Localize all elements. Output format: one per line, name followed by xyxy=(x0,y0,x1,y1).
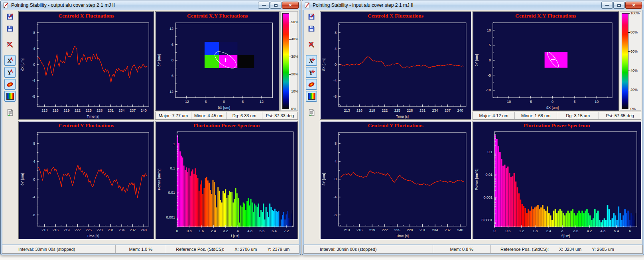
save-trace-button[interactable] xyxy=(306,11,317,22)
svg-text:4: 4 xyxy=(335,47,337,51)
status-ref-label: Reference Pos. (StdCS): xyxy=(500,247,549,252)
toggle-beam-button[interactable] xyxy=(306,79,317,90)
svg-text:δX [um]: δX [um] xyxy=(322,59,326,71)
svg-text:6: 6 xyxy=(242,100,244,104)
save-image-button[interactable] xyxy=(4,23,16,34)
maximize-button[interactable] xyxy=(613,2,625,9)
centroid-xy-chart: -10-50510-10-50510δX [um]δY [um] xyxy=(473,20,618,110)
svg-text:0.0001: 0.0001 xyxy=(481,218,492,222)
status-ref-x: X: 2706 um xyxy=(234,247,257,252)
svg-text:228: 228 xyxy=(407,228,413,232)
stat-major: Major: 7.77 um xyxy=(156,112,191,119)
svg-text:f [Hz]: f [Hz] xyxy=(561,234,570,238)
toggle-beam-button[interactable] xyxy=(4,79,16,90)
status-bar: Interval: 30min 00s (stopped) Mem: 1.0 %… xyxy=(2,245,299,254)
svg-text:1.2: 1.2 xyxy=(519,229,524,233)
stat-psi: Psi: 37.33 deg xyxy=(262,112,297,119)
svg-text:-6: -6 xyxy=(204,100,207,104)
close-button[interactable]: ✕ xyxy=(625,2,642,9)
status-interval: Interval: 30min 00s (stopped) xyxy=(2,245,115,253)
plot-grid: Centroid X Fluctuations 2132162192222252… xyxy=(18,10,299,244)
stat-dg: Dg: 6.33 um xyxy=(226,112,262,119)
svg-text:δY [um]: δY [um] xyxy=(475,54,479,67)
zoom-off-button[interactable] xyxy=(306,39,317,50)
save-image-button[interactable] xyxy=(306,23,317,34)
svg-text:4.8: 4.8 xyxy=(248,229,252,233)
colorbar-tick-label: 80% xyxy=(628,30,638,34)
svg-text:7.2: 7.2 xyxy=(284,229,289,233)
minimize-icon xyxy=(262,5,266,6)
svg-text:5.6: 5.6 xyxy=(260,229,264,233)
toggle-x-plot-button[interactable]: X xyxy=(306,55,317,66)
ellipse-stats-bar: Major: 7.77 um Minor: 4.45 um Dg: 6.33 u… xyxy=(155,112,298,120)
svg-text:-6: -6 xyxy=(170,74,173,78)
toggle-y-plot-button[interactable]: Y xyxy=(4,67,16,78)
status-mem: Mem: 0.8 % xyxy=(433,245,491,253)
colorbar-tick-label: 0% xyxy=(289,107,296,111)
svg-text:4: 4 xyxy=(335,160,337,163)
toolbar: X Y xyxy=(304,10,319,244)
svg-text:8: 8 xyxy=(335,142,337,146)
svg-text:-8: -8 xyxy=(32,213,35,217)
titlebar[interactable]: Pointing Stability - output alu cover st… xyxy=(1,0,301,10)
window-input: Pointing Stability - input alu cover ste… xyxy=(302,0,644,255)
svg-text:10: 10 xyxy=(595,100,599,104)
svg-text:-10: -10 xyxy=(486,88,491,92)
svg-text:0: 0 xyxy=(223,100,225,104)
svg-text:-10: -10 xyxy=(506,100,511,104)
svg-text:0.01: 0.01 xyxy=(485,173,492,177)
svg-text:228: 228 xyxy=(97,228,102,232)
zoom-off-button[interactable] xyxy=(4,39,16,50)
panel-centroid-xy: Centroid X,Y Fluctuations -10-50510-10-5… xyxy=(473,11,619,111)
svg-text:8: 8 xyxy=(335,31,337,35)
colorbar: 100%80%60%40%20%0% xyxy=(620,11,641,111)
save-trace-button[interactable] xyxy=(4,11,16,22)
svg-text:225: 225 xyxy=(394,228,400,232)
svg-text:219: 219 xyxy=(369,108,375,112)
colorbar-tick-label: 10% xyxy=(289,89,298,93)
titlebar[interactable]: Pointing Stability - input alu cover ste… xyxy=(302,0,644,10)
colorbar-tick-label: 20% xyxy=(289,72,298,76)
svg-text:3.6: 3.6 xyxy=(573,229,579,233)
svg-text:216: 216 xyxy=(53,228,59,232)
svg-text:216: 216 xyxy=(356,108,362,112)
svg-text:222: 222 xyxy=(382,108,388,112)
report-button[interactable] xyxy=(306,107,317,118)
svg-text:Time [s]: Time [s] xyxy=(87,114,99,118)
svg-text:240: 240 xyxy=(141,108,147,112)
toggle-spectrum-button[interactable] xyxy=(306,91,317,102)
stat-minor: Minor: 4.45 um xyxy=(191,112,226,119)
svg-text:0: 0 xyxy=(489,58,491,62)
svg-text:213: 213 xyxy=(344,108,350,112)
svg-text:0: 0 xyxy=(335,177,337,181)
plot-grid: Centroid X Fluctuations 2132162192222252… xyxy=(319,10,642,244)
svg-text:219: 219 xyxy=(63,228,69,232)
stat-psi: Psi: 57.65 deg xyxy=(599,112,641,119)
minimize-button[interactable] xyxy=(258,2,270,9)
toggle-x-plot-button[interactable]: X xyxy=(4,55,16,66)
report-button[interactable] xyxy=(4,107,16,118)
close-button[interactable]: ✕ xyxy=(282,2,299,9)
minimize-button[interactable] xyxy=(601,2,613,9)
plot-title: Centroid Y Fluctuations xyxy=(19,121,154,129)
ellipse-stats-bar: Major: 4.12 um Minor: 1.68 um Dg: 3.15 u… xyxy=(473,112,641,120)
svg-text:-12: -12 xyxy=(184,100,189,104)
svg-text:1.6: 1.6 xyxy=(199,229,204,233)
svg-text:δX [um]: δX [um] xyxy=(20,58,24,71)
svg-text:Time [s]: Time [s] xyxy=(87,234,99,238)
stat-dg: Dg: 3.15 um xyxy=(557,112,599,119)
svg-text:4: 4 xyxy=(33,160,35,163)
svg-text:222: 222 xyxy=(382,228,388,232)
svg-text:0.1: 0.1 xyxy=(170,166,175,170)
status-ref-x: X: 3234 um xyxy=(559,247,581,252)
svg-text:Power [um^2]: Power [um^2] xyxy=(475,168,479,190)
colorbar-gradient xyxy=(622,13,628,109)
close-icon: ✕ xyxy=(288,3,292,8)
svg-text:4: 4 xyxy=(237,229,239,233)
plot-title: Fluctuation Power Spectrum xyxy=(473,121,641,129)
colorbar-tick-label: 30% xyxy=(289,55,298,59)
toggle-spectrum-button[interactable] xyxy=(4,91,16,102)
toggle-y-plot-button[interactable]: Y xyxy=(306,67,317,78)
maximize-button[interactable] xyxy=(270,2,282,9)
svg-text:222: 222 xyxy=(75,108,81,112)
